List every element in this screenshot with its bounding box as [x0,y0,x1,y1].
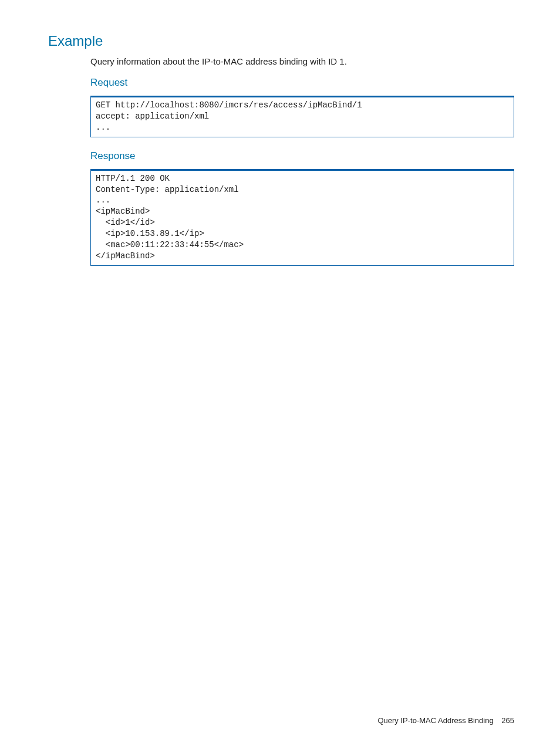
code-block-response: HTTP/1.1 200 OK Content-Type: applicatio… [90,169,514,266]
heading-example: Example [48,33,514,49]
heading-request: Request [90,77,514,89]
code-block-request: GET http://localhost:8080/imcrs/res/acce… [90,96,514,137]
intro-paragraph: Query information about the IP-to-MAC ad… [90,55,514,67]
page-container: Example Query information about the IP-t… [0,0,560,746]
footer-title: Query IP-to-MAC Address Binding [377,716,493,725]
footer-page-number: 265 [501,716,514,725]
page-footer: Query IP-to-MAC Address Binding 265 [377,716,514,725]
heading-response: Response [90,150,514,162]
